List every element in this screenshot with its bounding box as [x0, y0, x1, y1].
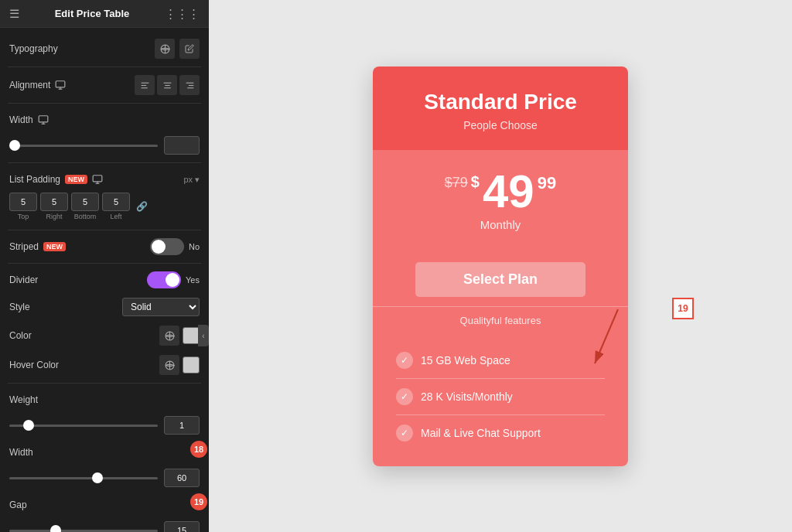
color-globe-btn[interactable] — [159, 326, 179, 346]
align-right-btn[interactable] — [179, 75, 200, 95]
list-padding-label: List Padding NEW — [9, 174, 103, 185]
badge-19: 19 — [190, 493, 207, 510]
gap-row: Gap 19 — [8, 492, 201, 518]
width2-label: Width — [9, 447, 33, 458]
color-swatch[interactable] — [183, 327, 200, 344]
feature-text-3: Mail & Live Chat Support — [421, 427, 541, 439]
check-icon-2: ✓ — [396, 388, 413, 405]
divider-toggle-label: Yes — [186, 275, 200, 285]
card-header: Standard Price People Choose — [373, 66, 628, 150]
panel-title: Edit Price Table — [55, 8, 130, 19]
weight-row: Weight — [8, 387, 201, 413]
currency-sign: $ — [471, 173, 480, 191]
style-select[interactable]: Solid — [122, 298, 200, 316]
width-slider-row — [8, 133, 201, 159]
striped-toggle[interactable] — [150, 238, 184, 255]
feature-text-2: 28 K Visits/Monthly — [421, 390, 513, 403]
card-title: Standard Price — [388, 90, 613, 114]
price-row: $79 $ 49 99 — [388, 169, 613, 215]
hamburger-icon[interactable]: ☰ — [9, 7, 19, 21]
features-label: Qualityful features — [460, 315, 541, 326]
gap-label: Gap — [9, 500, 27, 510]
expand-arrow[interactable]: ‹ — [198, 325, 209, 346]
striped-toggle-label: No — [189, 242, 200, 251]
pad-left-input[interactable] — [102, 193, 130, 211]
pad-top-label: Top — [18, 213, 29, 220]
feature-item-1: ✓ 15 GB Web Space — [396, 343, 605, 379]
pad-right-label: Right — [46, 213, 62, 220]
pad-right-input[interactable] — [40, 193, 68, 211]
typography-edit-btn[interactable] — [179, 39, 200, 59]
feature-item-3: ✓ Mail & Live Chat Support — [396, 415, 605, 451]
weight-slider-row — [8, 413, 201, 439]
typography-globe-btn[interactable] — [155, 39, 175, 59]
divider-toggle-container: Yes — [147, 271, 200, 288]
striped-row: Striped NEW No — [8, 234, 201, 260]
style-label: Style — [9, 302, 30, 312]
grid-icon[interactable]: ⋮⋮⋮ — [165, 7, 200, 21]
pad-left-field: Left — [102, 193, 130, 220]
hover-color-swatch[interactable] — [183, 356, 200, 373]
pad-top-input[interactable] — [9, 193, 37, 211]
width-row: Width — [8, 107, 201, 133]
align-center-btn[interactable] — [157, 75, 177, 95]
right-area: Standard Price People Choose $79 $ 49 99… — [209, 0, 792, 532]
select-plan-button[interactable]: Select Plan — [415, 262, 585, 297]
width-slider[interactable] — [9, 145, 158, 147]
price-period: Monthly — [388, 218, 613, 231]
left-panel: ☰ Edit Price Table ⋮⋮⋮ Typography Alignm… — [0, 0, 209, 532]
padding-inputs: Top Right Bottom Left 🔗 — [8, 193, 201, 227]
gap-slider-row — [8, 518, 201, 532]
width2-input[interactable] — [164, 469, 200, 487]
typography-controls — [155, 39, 200, 59]
width2-slider-row — [8, 466, 201, 492]
card-action: Select Plan — [373, 250, 628, 307]
check-icon-3: ✓ — [396, 425, 413, 442]
gap-input[interactable] — [164, 521, 200, 532]
style-row: Style Solid — [8, 293, 201, 321]
check-icon-1: ✓ — [396, 352, 413, 369]
card-subtitle: People Choose — [388, 119, 613, 131]
hover-color-label: Hover Color — [9, 360, 59, 370]
pad-bottom-input[interactable] — [71, 193, 99, 211]
card-price-section: $79 $ 49 99 Monthly — [373, 150, 628, 250]
card-features-header: Qualityful features — [373, 307, 628, 335]
feature-item-2: ✓ 28 K Visits/Monthly — [396, 379, 605, 415]
pad-left-label: Left — [110, 213, 121, 220]
width2-row: Width 18 — [8, 439, 201, 466]
old-price: $79 — [445, 175, 468, 191]
weight-input[interactable] — [164, 416, 200, 435]
striped-label: Striped NEW — [9, 241, 66, 252]
link-padding-btn[interactable]: 🔗 — [133, 198, 150, 215]
align-left-btn[interactable] — [135, 75, 155, 95]
panel-content: Typography Alignment — [0, 28, 209, 532]
weight-slider[interactable] — [9, 425, 158, 427]
color-row: Color ‹ — [8, 321, 201, 350]
alignment-label: Alignment — [9, 80, 66, 90]
list-padding-badge: NEW — [65, 175, 87, 184]
width2-section: Width 18 — [8, 439, 201, 492]
alignment-row: Alignment — [8, 70, 201, 100]
width-input[interactable] — [164, 136, 200, 155]
width2-slider[interactable] — [9, 477, 158, 479]
price-main: 49 — [483, 169, 534, 215]
gap-slider[interactable] — [9, 530, 158, 532]
divider-toggle[interactable] — [147, 271, 181, 288]
pad-top-field: Top — [9, 193, 37, 220]
typography-row: Typography — [8, 34, 201, 63]
list-padding-row: List Padding NEW px ▾ — [8, 166, 201, 193]
hover-color-globe-btn[interactable] — [159, 355, 179, 375]
hover-color-row: Hover Color — [8, 350, 201, 380]
pad-bottom-field: Bottom — [71, 193, 99, 220]
panel-header: ☰ Edit Price Table ⋮⋮⋮ — [0, 0, 209, 28]
typography-label: Typography — [9, 43, 58, 54]
color-label: Color — [9, 330, 32, 341]
svg-rect-14 — [39, 116, 48, 122]
annotation-badge-19: 19 — [672, 298, 694, 319]
color-controls — [159, 326, 200, 346]
width-label: Width — [9, 114, 49, 125]
divider-label: Divider — [9, 275, 38, 285]
card-features-list: ✓ 15 GB Web Space ✓ 28 K Visits/Monthly … — [373, 335, 628, 466]
striped-badge: NEW — [43, 242, 66, 251]
svg-rect-2 — [56, 81, 66, 87]
